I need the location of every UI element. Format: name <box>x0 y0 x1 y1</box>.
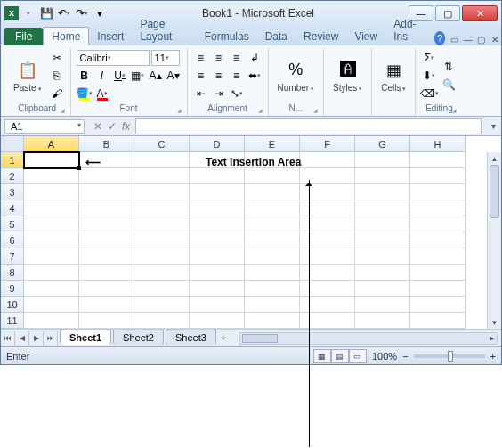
cell-C1[interactable] <box>134 152 190 168</box>
tab-data[interactable]: Data <box>257 28 296 45</box>
sheet-nav-last-icon[interactable]: ⏭ <box>44 331 58 346</box>
hscroll-thumb[interactable] <box>242 334 278 343</box>
cell-B1[interactable] <box>79 152 134 168</box>
cell-G9[interactable] <box>355 281 410 297</box>
tab-formulas[interactable]: Formulas <box>197 28 257 45</box>
cell-C5[interactable] <box>134 216 190 232</box>
sheet-nav-prev-icon[interactable]: ◀ <box>15 331 29 346</box>
cell-D5[interactable] <box>190 216 245 232</box>
cell-C11[interactable] <box>134 313 190 329</box>
cell-B7[interactable] <box>79 248 134 265</box>
cell-G8[interactable] <box>355 265 410 281</box>
cell-E4[interactable] <box>245 200 300 216</box>
cell-D9[interactable] <box>190 281 245 297</box>
zoom-level[interactable]: 100% <box>372 351 397 362</box>
cells-button[interactable]: ▦ Cells <box>377 58 409 94</box>
col-header-G[interactable]: G <box>355 136 410 152</box>
vertical-scrollbar[interactable]: ▲ ▼ <box>487 152 501 329</box>
wrap-text-icon[interactable]: ↲ <box>247 50 263 66</box>
font-size-combo[interactable]: 11 <box>151 50 180 66</box>
scroll-up-icon[interactable]: ▲ <box>488 152 501 165</box>
number-format-button[interactable]: % Number <box>274 58 319 94</box>
sheet-tab-3[interactable]: Sheet3 <box>166 330 216 345</box>
cell-E7[interactable] <box>245 248 300 265</box>
row-header-8[interactable]: 8 <box>1 265 24 281</box>
cancel-icon[interactable]: ✕ <box>93 120 102 133</box>
cell-D7[interactable] <box>190 248 245 265</box>
sheet-tab-1[interactable]: Sheet1 <box>60 330 111 345</box>
decrease-indent-icon[interactable]: ⇤ <box>193 86 209 102</box>
cell-E8[interactable] <box>245 265 300 281</box>
zoom-slider[interactable] <box>414 354 485 358</box>
cell-C3[interactable] <box>134 184 190 200</box>
cell-B4[interactable] <box>79 200 134 216</box>
cell-E1[interactable] <box>245 152 300 168</box>
col-header-B[interactable]: B <box>79 136 134 152</box>
cell-D8[interactable] <box>190 265 245 281</box>
cell-B8[interactable] <box>79 265 134 281</box>
cell-H9[interactable] <box>410 281 466 297</box>
cell-H2[interactable] <box>410 168 466 184</box>
minimize-ribbon-icon[interactable]: ▭ <box>449 33 460 45</box>
maximize-button[interactable]: ▢ <box>435 5 460 21</box>
normal-view-icon[interactable]: ▦ <box>313 349 331 363</box>
cell-H8[interactable] <box>410 265 466 281</box>
paste-button[interactable]: 📋 Paste <box>10 58 45 94</box>
cell-A3[interactable] <box>24 184 79 200</box>
cell-D4[interactable] <box>190 200 245 216</box>
scroll-down-icon[interactable]: ▼ <box>488 316 501 329</box>
tab-view[interactable]: View <box>346 28 385 45</box>
cell-E11[interactable] <box>245 313 300 329</box>
cell-A6[interactable] <box>24 232 79 248</box>
find-select-icon[interactable]: 🔍 <box>441 77 457 93</box>
cell-E3[interactable] <box>245 184 300 200</box>
grow-font-icon[interactable]: A▴ <box>148 68 164 84</box>
tab-home[interactable]: Home <box>43 27 89 45</box>
row-header-7[interactable]: 7 <box>1 248 24 265</box>
cell-H4[interactable] <box>410 200 466 216</box>
cell-A4[interactable] <box>24 200 79 216</box>
row-header-10[interactable]: 10 <box>1 297 24 313</box>
page-break-view-icon[interactable]: ▭ <box>349 349 367 363</box>
align-right-icon[interactable]: ≡ <box>229 68 245 84</box>
cell-G4[interactable] <box>355 200 410 216</box>
doc-restore-icon[interactable]: ▢ <box>475 33 487 45</box>
close-button[interactable]: ✕ <box>462 5 498 21</box>
cut-icon[interactable]: ✂ <box>49 50 65 66</box>
cell-D2[interactable] <box>190 168 245 184</box>
col-header-C[interactable]: C <box>134 136 190 152</box>
zoom-in-icon[interactable]: + <box>490 351 496 362</box>
clear-button[interactable]: ⌫ <box>421 86 437 102</box>
italic-button[interactable]: I <box>94 68 110 84</box>
cell-D3[interactable] <box>190 184 245 200</box>
cell-F1[interactable] <box>300 152 355 168</box>
row-header-6[interactable]: 6 <box>1 232 24 248</box>
cell-B3[interactable] <box>79 184 134 200</box>
tab-review[interactable]: Review <box>296 28 346 45</box>
cell-E6[interactable] <box>245 232 300 248</box>
sheet-tab-2[interactable]: Sheet2 <box>113 330 164 345</box>
formula-bar[interactable] <box>135 118 482 134</box>
redo-icon[interactable]: ↷ <box>74 5 90 21</box>
cell-H10[interactable] <box>410 297 466 313</box>
copy-icon[interactable]: ⎘ <box>49 68 65 84</box>
cell-G10[interactable] <box>355 297 410 313</box>
row-header-11[interactable]: 11 <box>1 313 24 329</box>
format-painter-icon[interactable]: 🖌 <box>49 86 65 102</box>
doc-close-icon[interactable]: ✕ <box>489 33 500 45</box>
col-header-A[interactable]: A <box>24 136 79 152</box>
shrink-font-icon[interactable]: A▾ <box>166 68 182 84</box>
qat-customize-icon[interactable]: ▾ <box>92 5 108 21</box>
cell-C9[interactable] <box>134 281 190 297</box>
col-header-F[interactable]: F <box>300 136 355 152</box>
col-header-D[interactable]: D <box>190 136 245 152</box>
styles-button[interactable]: 🅰 Styles <box>329 58 366 94</box>
cell-E10[interactable] <box>245 297 300 313</box>
row-header-3[interactable]: 3 <box>1 184 24 200</box>
cell-A5[interactable] <box>24 216 79 232</box>
row-header-5[interactable]: 5 <box>1 216 24 232</box>
orientation-icon[interactable]: ⤡ <box>229 86 245 102</box>
cell-B10[interactable] <box>79 297 134 313</box>
row-header-9[interactable]: 9 <box>1 281 24 297</box>
cell-H6[interactable] <box>410 232 466 248</box>
